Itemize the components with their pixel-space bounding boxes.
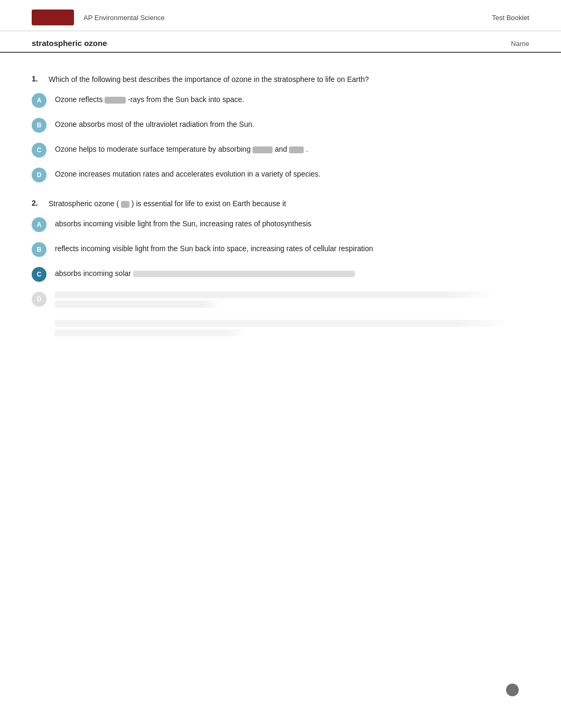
answer-1c[interactable]: C Ozone helps to moderate surface temper… (32, 142, 529, 158)
q2-prefix: Stratospheric ozone ( (49, 199, 119, 208)
answer-text-2b: reflects incoming visible light from the… (55, 242, 373, 254)
answer-text-2d (55, 291, 529, 310)
redact-q2 (121, 201, 129, 208)
extra-blurred-section (55, 320, 529, 336)
answer-circle-1b: B (32, 118, 46, 133)
answer-text-2c: absorbs incoming solar (55, 266, 355, 279)
question-1: 1. Which of the following best describes… (32, 74, 529, 182)
subject-title: AP Environmental Science (83, 14, 492, 22)
answer-circle-1c: C (32, 143, 46, 158)
answer-text-1c: Ozone helps to moderate surface temperat… (55, 142, 308, 155)
question-1-text: Which of the following best describes th… (49, 74, 369, 85)
answer-1a-prefix: Ozone reflects (55, 95, 105, 104)
logo (32, 10, 74, 25)
name-label: Name (511, 40, 529, 48)
answer-text-1d: Ozone increases mutation rates and accel… (55, 167, 321, 180)
answer-1a[interactable]: A Ozone reflects -rays from the Sun back… (32, 93, 529, 108)
answer-1d[interactable]: D Ozone increases mutation rates and acc… (32, 167, 529, 182)
answer-text-1a: Ozone reflects -rays from the Sun back i… (55, 93, 244, 105)
title-bar: stratospheric ozone Name (0, 31, 561, 53)
question-2-row: 2. Stratospheric ozone ( ) is essential … (32, 198, 529, 209)
footer-dot (506, 684, 519, 696)
answer-circle-1d: D (32, 168, 46, 182)
booklet-label: Test Booklet (492, 14, 529, 22)
question-1-number: 1. (32, 74, 49, 83)
answer-1a-suffix: -rays from the Sun back into space. (128, 95, 244, 104)
answer-1c-mid: and (275, 145, 289, 153)
answer-2b[interactable]: B reflects incoming visible light from t… (32, 242, 529, 257)
redact-1a (105, 97, 126, 104)
answer-circle-2b: B (32, 242, 46, 257)
redact-1c-2 (289, 146, 304, 153)
answer-2a[interactable]: A absorbs incoming visible light from th… (32, 217, 529, 232)
page-title: stratospheric ozone (32, 39, 107, 48)
answer-1c-suffix: . (306, 145, 308, 153)
extra-blurred-line-1 (55, 320, 506, 327)
answer-1b[interactable]: B Ozone absorbs most of the ultraviolet … (32, 117, 529, 133)
answer-circle-2c: C (32, 267, 46, 282)
redact-2c-suffix (133, 271, 355, 277)
question-2-text: Stratospheric ozone ( ) is essential for… (49, 198, 286, 209)
blurred-line-2 (55, 301, 221, 308)
q2-suffix: ) is essential for life to exist on Eart… (132, 199, 286, 208)
answer-text-2a: absorbs incoming visible light from the … (55, 217, 312, 229)
answer-circle-1a: A (32, 93, 46, 108)
question-1-row: 1. Which of the following best describes… (32, 74, 529, 85)
answer-2c[interactable]: C absorbs incoming solar (32, 266, 529, 282)
blurred-line-1 (55, 291, 491, 298)
redact-1c-1 (253, 146, 273, 153)
answer-2c-text: absorbs incoming solar (55, 269, 133, 278)
question-2-number: 2. (32, 198, 49, 207)
main-content: 1. Which of the following best describes… (0, 53, 561, 373)
answer-2d[interactable]: D (32, 291, 529, 310)
answer-text-1b: Ozone absorbs most of the ultraviolet ra… (55, 117, 254, 130)
answer-1c-prefix: Ozone helps to moderate surface temperat… (55, 145, 253, 153)
extra-blurred-line-2 (55, 329, 245, 336)
question-2: 2. Stratospheric ozone ( ) is essential … (32, 198, 529, 336)
answer-circle-2d: D (32, 292, 46, 307)
page-header: AP Environmental Science Test Booklet (0, 0, 561, 31)
answer-circle-2a: A (32, 217, 46, 232)
